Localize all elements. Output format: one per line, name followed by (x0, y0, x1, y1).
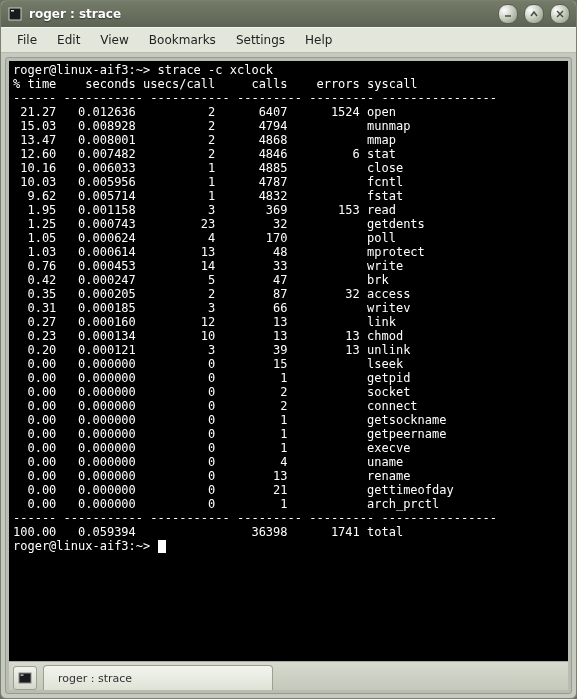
maximize-button[interactable] (524, 4, 544, 24)
menu-help[interactable]: Help (295, 30, 342, 50)
minimize-button[interactable] (498, 4, 518, 24)
svg-rect-1 (11, 10, 14, 12)
menu-file[interactable]: File (7, 30, 47, 50)
tabbar: roger : strace (9, 661, 568, 690)
menu-view[interactable]: View (90, 30, 138, 50)
new-tab-button[interactable] (13, 666, 37, 690)
svg-rect-3 (21, 675, 24, 676)
window-title: roger : strace (29, 7, 121, 21)
tab-label: roger : strace (58, 672, 132, 685)
close-button[interactable] (550, 4, 570, 24)
menubar: FileEditViewBookmarksSettingsHelp (1, 27, 576, 53)
menu-bookmarks[interactable]: Bookmarks (139, 30, 226, 50)
terminal-icon (18, 671, 32, 685)
menu-settings[interactable]: Settings (226, 30, 295, 50)
cursor (158, 540, 166, 553)
content-frame: roger@linux-aif3:~> strace -c xclock % t… (5, 57, 572, 694)
tab-active[interactable]: roger : strace (43, 665, 273, 690)
menu-edit[interactable]: Edit (47, 30, 90, 50)
terminal[interactable]: roger@linux-aif3:~> strace -c xclock % t… (9, 61, 568, 661)
app-icon (7, 6, 23, 22)
svg-rect-0 (9, 8, 21, 20)
app-window: roger : strace FileEditViewBookmarksSett… (0, 0, 577, 699)
titlebar[interactable]: roger : strace (1, 1, 576, 27)
